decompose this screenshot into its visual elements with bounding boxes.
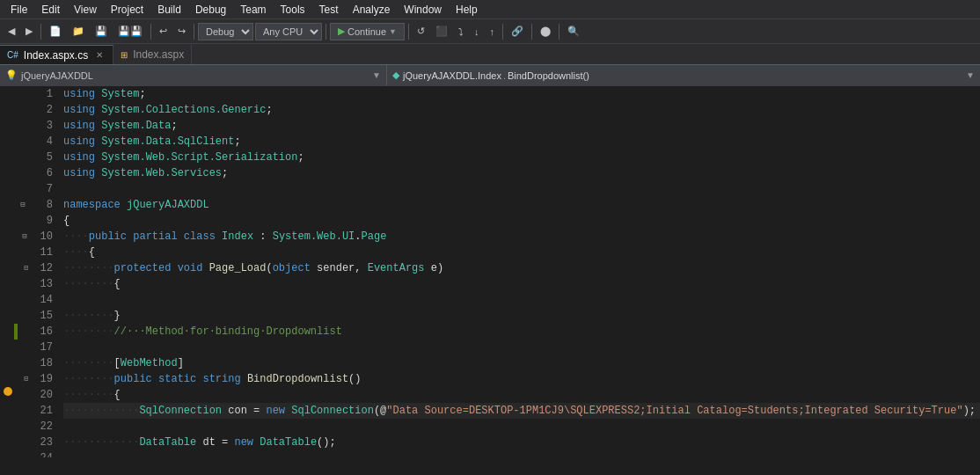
nav-left-text: jQueryAJAXDDL xyxy=(21,70,93,81)
fold-18 xyxy=(18,355,28,371)
code-line-24 xyxy=(63,450,980,457)
code-line-14 xyxy=(63,292,980,308)
tab-close-index-aspx-cs[interactable]: ✕ xyxy=(93,49,106,62)
menu-team[interactable]: Team xyxy=(233,2,273,18)
line-num-4: 4 xyxy=(28,134,53,150)
fold-9 xyxy=(18,213,28,229)
debug-config-dropdown[interactable]: Debug xyxy=(198,23,253,40)
line-num-3: 3 xyxy=(28,118,53,134)
menu-tools[interactable]: Tools xyxy=(274,2,312,18)
fold-gutter: ⊟ ⊟ ⊟ ⊟ xyxy=(18,86,28,457)
fold-10[interactable]: ⊟ xyxy=(18,229,28,245)
fold-3 xyxy=(18,118,28,134)
code-line-9: { xyxy=(63,213,980,229)
menu-view[interactable]: View xyxy=(67,2,104,18)
tab-label-index-aspx-cs: Index.aspx.cs xyxy=(24,49,88,62)
code-editor[interactable]: using System; using System.Collections.G… xyxy=(60,86,980,457)
tab-icon-aspx: ⊞ xyxy=(121,50,128,60)
breakpoint-indicator[interactable] xyxy=(2,387,12,399)
fold-2 xyxy=(18,102,28,118)
line-num-2: 2 xyxy=(28,102,53,118)
fold-16 xyxy=(18,324,28,340)
attach-button[interactable]: 🔗 xyxy=(507,22,528,41)
code-line-15: ········} xyxy=(63,308,980,324)
line-num-21: 21 xyxy=(28,403,53,419)
code-line-10: ····public partial class Index : System.… xyxy=(63,229,980,245)
step-over-button[interactable]: ⤵ xyxy=(454,22,468,41)
code-line-4: using System.Data.SqlClient; xyxy=(63,134,980,150)
menu-build[interactable]: Build xyxy=(150,2,188,18)
code-line-6: using System.Web.Services; xyxy=(63,165,980,181)
line-num-18: 18 xyxy=(28,355,53,371)
nav-left-arrow: ▼ xyxy=(372,70,381,80)
fold-6 xyxy=(18,165,28,181)
new-file-button[interactable]: 📄 xyxy=(45,22,66,41)
save-all-button[interactable]: 💾💾 xyxy=(113,22,147,41)
line-num-10: 10 xyxy=(28,229,53,245)
back-button[interactable]: ◀ xyxy=(4,22,19,41)
tab-index-aspx-cs[interactable]: C# Index.aspx.cs ✕ xyxy=(0,45,113,64)
code-line-21: ············SqlConnection con = new SqlC… xyxy=(63,403,980,419)
save-button[interactable]: 💾 xyxy=(91,22,112,41)
code-line-18: ········[WebMethod] xyxy=(63,355,980,371)
menu-edit[interactable]: Edit xyxy=(34,2,67,18)
nav-right-dropdown[interactable]: ◆ jQueryAJAXDDL.Index . BindDropdownlist… xyxy=(387,65,980,85)
step-into-button[interactable]: ↓ xyxy=(470,22,484,41)
line-num-7: 7 xyxy=(28,181,53,197)
fold-14 xyxy=(18,292,28,308)
breakpoints-button[interactable]: ⬤ xyxy=(536,22,555,41)
line-num-24: 24 xyxy=(28,450,53,457)
line-num-8: 8 xyxy=(28,197,53,213)
nav-right-arrow: ▼ xyxy=(966,70,975,80)
menu-debug[interactable]: Debug xyxy=(188,2,233,18)
fold-19[interactable]: ⊟ xyxy=(18,371,28,387)
menu-project[interactable]: Project xyxy=(104,2,150,18)
tab-icon-cs: C# xyxy=(7,50,18,60)
nav-left-icon: 💡 xyxy=(5,69,18,81)
nav-bar: 💡 jQueryAJAXDDL ▼ ◆ jQueryAJAXDDL.Index … xyxy=(0,65,980,86)
fold-12[interactable]: ⊟ xyxy=(18,260,28,276)
line-num-14: 14 xyxy=(28,292,53,308)
menu-window[interactable]: Window xyxy=(397,2,449,18)
menu-test[interactable]: Test xyxy=(312,2,346,18)
find-button[interactable]: 🔍 xyxy=(563,22,584,41)
line-num-23: 23 xyxy=(28,435,53,450)
toolbar-sep-2 xyxy=(150,24,151,40)
tab-index-aspx[interactable]: ⊞ Index.aspx xyxy=(113,45,192,64)
line-num-11: 11 xyxy=(28,245,53,260)
line-num-17: 17 xyxy=(28,340,53,355)
forward-button[interactable]: ▶ xyxy=(21,22,37,41)
line-num-22: 22 xyxy=(28,419,53,435)
redo-button[interactable]: ↪ xyxy=(173,22,190,41)
toolbar-sep-5 xyxy=(408,24,409,40)
toolbar-sep-6 xyxy=(502,24,503,40)
line-num-20: 20 xyxy=(28,387,53,403)
line-num-13: 13 xyxy=(28,276,53,292)
open-button[interactable]: 📁 xyxy=(68,22,89,41)
code-line-20: ········{ xyxy=(63,387,980,403)
menu-help[interactable]: Help xyxy=(449,2,485,18)
fold-17 xyxy=(18,340,28,355)
undo-button[interactable]: ↩ xyxy=(155,22,172,41)
fold-20 xyxy=(18,387,28,403)
code-line-2: using System.Collections.Generic; xyxy=(63,102,980,118)
tab-label-index-aspx: Index.aspx xyxy=(133,48,184,61)
menu-analyze[interactable]: Analyze xyxy=(346,2,398,18)
menu-bar: File Edit View Project Build Debug Team … xyxy=(0,0,980,19)
stop-button[interactable]: ⬛ xyxy=(431,22,452,41)
code-line-3: using System.Data; xyxy=(63,118,980,134)
restart-button[interactable]: ↺ xyxy=(413,22,429,41)
nav-left-dropdown[interactable]: 💡 jQueryAJAXDDL ▼ xyxy=(0,65,387,85)
nav-right-icon: ◆ xyxy=(392,69,399,81)
menu-file[interactable]: File xyxy=(4,2,34,18)
continue-button[interactable]: ▶ Continue ▼ xyxy=(330,23,405,40)
code-line-23: ············DataTable dt = new DataTable… xyxy=(63,435,980,450)
fold-4 xyxy=(18,134,28,150)
fold-7 xyxy=(18,181,28,197)
toolbar-sep-3 xyxy=(194,24,194,40)
platform-dropdown[interactable]: Any CPU xyxy=(255,23,322,40)
code-line-1: using System; xyxy=(63,86,980,102)
fold-8[interactable]: ⊟ xyxy=(18,197,28,213)
step-out-button[interactable]: ↑ xyxy=(485,22,499,41)
toolbar-sep-4 xyxy=(325,24,326,40)
